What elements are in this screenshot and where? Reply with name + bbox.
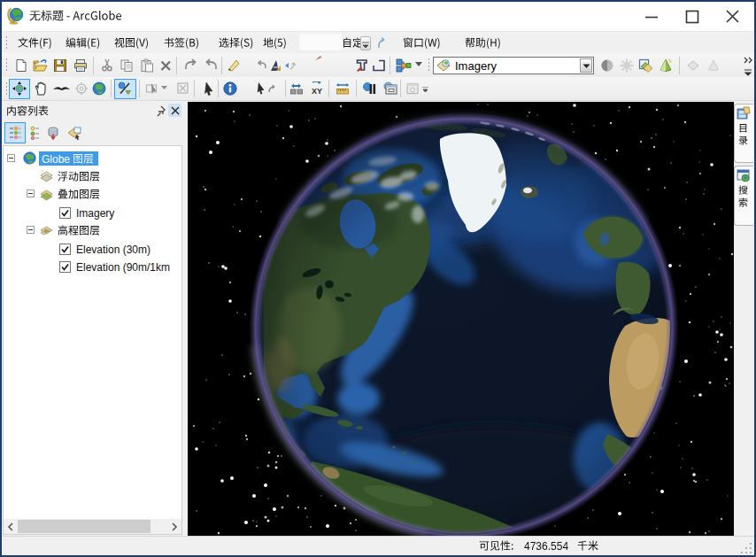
svg-text:XY: XY <box>312 87 322 96</box>
